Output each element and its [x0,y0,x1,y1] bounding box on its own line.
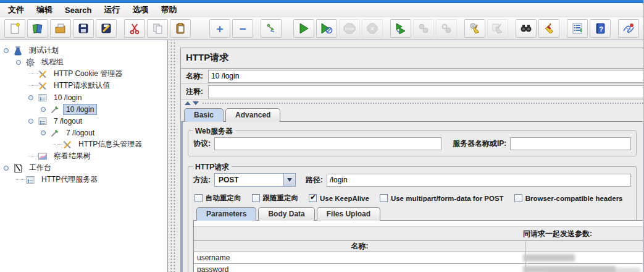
remote-shutdown-all-button[interactable] [436,19,457,38]
function-helper-button[interactable] [567,19,588,38]
config-tools-icon [62,140,73,150]
clear-all-button[interactable] [487,19,508,38]
remote-play-icon [395,22,407,35]
tree-item-http-header-manager[interactable]: HTTP信息头管理器 [0,138,167,150]
collapse-down-icon[interactable] [193,101,199,105]
copy-button[interactable] [147,19,168,38]
help-button[interactable]: ? [590,19,611,38]
svg-text:STOP: STOP [345,27,354,31]
parameter-tabs: Parameters Body Data Files Upload [193,205,631,221]
method-value: POST [215,176,283,184]
search-button[interactable] [516,19,537,38]
menu-run[interactable]: 运行 [98,3,126,17]
table-header-row: 名称: [194,240,643,252]
param-name-cell[interactable]: password [194,264,526,272]
table-row-password[interactable]: password [194,264,643,272]
tree-item-view-results-tree[interactable]: 察看结果树 [0,150,167,162]
tree-item-10-login[interactable]: 10 /login [0,91,167,103]
browser-compatible-headers-checkbox[interactable]: Browser-compatible headers [514,194,623,202]
tree-item-thread-group[interactable]: 线程组 [0,56,167,68]
cut-button[interactable] [124,19,145,38]
start-button[interactable] [293,19,314,38]
start-no-pauses-button[interactable] [316,19,337,38]
expand-handle-icon [28,95,33,100]
menu-file[interactable]: 文件 [2,3,30,17]
shutdown-button[interactable]: × [362,19,383,38]
multipart-form-data-checkbox[interactable]: Use multipart/form-data for POST [380,194,504,202]
tree-item-7-logout[interactable]: 7 /logout [0,115,167,127]
param-value-cell[interactable] [526,264,643,272]
clear-all-broom-icon [491,22,504,35]
workbench-icon [13,163,23,173]
expand-handle-icon [28,119,33,124]
collapse-up-icon[interactable] [185,101,191,105]
param-name-cell[interactable]: username [194,252,526,263]
reset-broom-icon [543,22,555,35]
stop-button[interactable]: STOP [339,19,360,38]
menu-help[interactable]: 帮助 [154,3,183,17]
redirect-automatically-checkbox[interactable]: 自动重定向 [194,193,241,203]
new-button[interactable] [4,19,25,38]
table-row-username[interactable]: username [194,252,643,264]
remote-stop-all-button[interactable] [413,19,434,38]
paste-clipboard-icon [174,22,186,35]
save-icon [77,22,90,35]
use-keepalive-checkbox[interactable]: Use KeepAlive [309,194,369,202]
tree-item-7-logout-child[interactable]: 7 /logout [0,127,167,138]
column-header-value[interactable] [526,241,643,252]
tab-advanced[interactable]: Advanced [225,108,280,122]
paste-button[interactable] [170,19,191,38]
results-tree-icon [38,151,48,161]
remote-start-all-button[interactable] [390,19,411,38]
tab-files-upload[interactable]: Files Upload [317,207,380,221]
tab-basic[interactable]: Basic [184,108,224,122]
parameters-table: 名称: username password [194,240,643,272]
tree-item-workbench[interactable]: 工作台 [0,162,167,174]
comment-input[interactable] [208,85,643,98]
tree-item-http-request-defaults[interactable]: HTTP请求默认值 [0,80,167,91]
config-tools-icon [38,69,48,79]
add-button[interactable]: + [209,19,230,38]
save-button[interactable] [73,19,94,38]
redacted-value [523,254,575,261]
menu-search[interactable]: Search [59,4,98,16]
tree-item-10-login-child-selected[interactable]: 10 /login [0,103,167,115]
tab-body-data[interactable]: Body Data [258,207,314,221]
probe-icon [50,128,61,138]
menu-options[interactable]: 选项 [126,3,154,17]
collapse-splitter[interactable] [181,100,643,106]
open-button[interactable] [50,19,71,38]
combo-dropdown-button[interactable] [283,174,295,186]
templates-button[interactable] [27,19,48,38]
name-input[interactable] [208,70,643,83]
toggle-button[interactable] [261,19,282,38]
param-value-cell[interactable] [526,252,643,263]
stop-sign-icon: STOP [343,22,356,35]
clear-broom-gear-icon [468,22,482,35]
path-input[interactable] [327,174,631,187]
clear-button[interactable] [464,19,485,38]
basic-tab-panel: Web服务器 协议: 服务器名称或IP: HTTP请求 方法: POST [181,121,643,272]
tree-item-http-cookie-manager[interactable]: HTTP Cookie 管理器 [0,68,167,80]
report-button[interactable] [618,19,639,38]
protocol-input[interactable] [214,137,441,150]
tree-item-http-proxy-server[interactable]: HTTP代理服务器 [0,174,167,185]
expand-handle-icon [4,166,9,171]
graph-scribble-icon [622,22,635,35]
column-header-name[interactable]: 名称: [194,241,526,252]
menu-edit[interactable]: 编辑 [30,3,59,17]
method-select[interactable]: POST [214,173,296,187]
tab-parameters[interactable]: Parameters [196,207,256,221]
remote-stop-icon [417,22,430,35]
scissors-icon [128,22,141,35]
save-as-button[interactable] [96,19,117,38]
search-reset-button[interactable] [538,19,559,38]
panel-splitter[interactable] [169,40,176,272]
test-plan-icon [13,46,23,56]
tree-item-test-plan[interactable]: 测试计划 [0,45,167,56]
follow-redirects-checkbox[interactable]: 跟随重定向 [252,193,299,203]
chevron-down-icon [287,178,292,182]
server-name-input[interactable] [510,137,631,150]
remove-button[interactable]: − [232,19,253,38]
checkbox-icon [194,194,203,202]
